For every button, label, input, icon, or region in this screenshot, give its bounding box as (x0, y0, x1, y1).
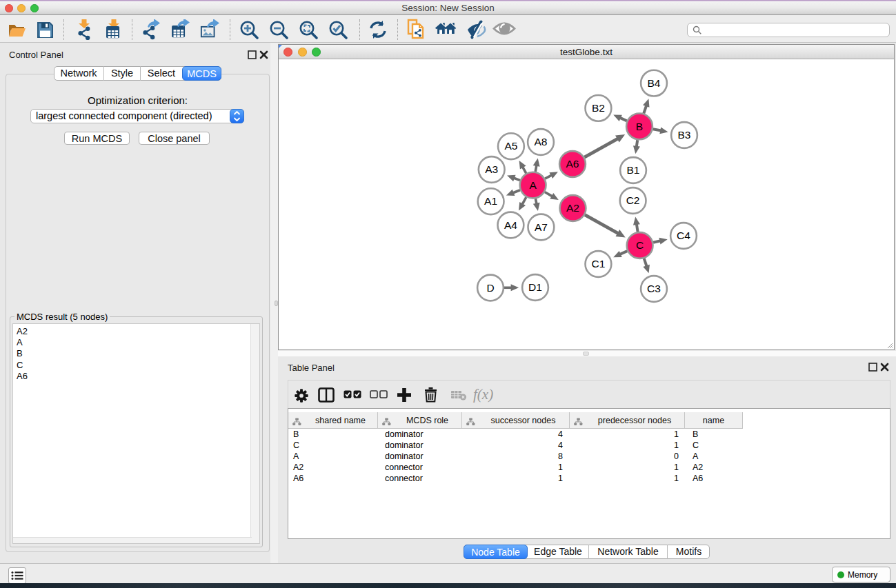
svg-text:A4: A4 (504, 219, 517, 231)
svg-text:B: B (636, 121, 643, 132)
svg-text:B4: B4 (648, 77, 661, 89)
svg-text:C1: C1 (591, 258, 605, 270)
svg-text:B1: B1 (627, 164, 640, 176)
svg-text:C: C (636, 239, 644, 251)
svg-text:D1: D1 (528, 281, 542, 293)
svg-text:C4: C4 (677, 230, 690, 241)
svg-text:A8: A8 (535, 136, 548, 148)
svg-text:B2: B2 (592, 102, 605, 114)
svg-text:C2: C2 (626, 194, 640, 206)
svg-text:A6: A6 (566, 158, 579, 170)
svg-text:A7: A7 (535, 221, 548, 233)
svg-text:A: A (529, 179, 537, 191)
svg-text:C3: C3 (647, 283, 661, 294)
svg-text:A3: A3 (485, 163, 498, 175)
svg-text:A2: A2 (566, 202, 579, 214)
svg-text:B3: B3 (678, 129, 691, 141)
svg-text:A5: A5 (504, 140, 517, 152)
svg-text:A1: A1 (484, 195, 497, 207)
svg-text:D: D (486, 282, 494, 294)
